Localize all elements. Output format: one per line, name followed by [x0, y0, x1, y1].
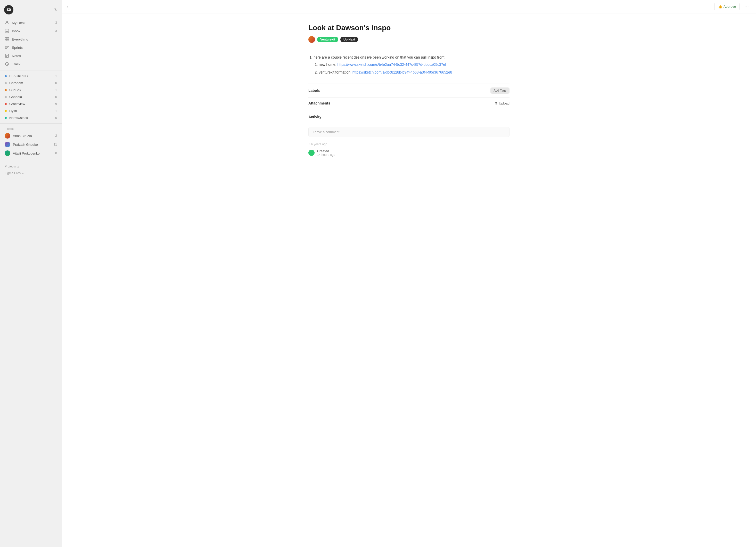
avatar-vitalii: [5, 150, 10, 156]
topbar: ‹ 👍 Approve ···: [62, 0, 756, 13]
sidebar-item-sprints[interactable]: Sprints: [2, 43, 60, 52]
svg-rect-8: [7, 39, 9, 41]
inbox-icon: [5, 29, 9, 33]
grid-icon: [5, 37, 9, 42]
sidebar-item-chronom[interactable]: Chronom 0: [2, 79, 60, 86]
project-dot: [5, 110, 7, 112]
svg-rect-9: [5, 46, 9, 47]
svg-rect-5: [5, 37, 7, 39]
sidebar-item-graceview[interactable]: Graceview 9: [2, 100, 60, 107]
sidebar-header: ↻: [0, 3, 62, 19]
author-avatar: [308, 36, 315, 43]
svg-point-3: [6, 21, 8, 23]
sidebar-item-hyfin[interactable]: Hyfin 1: [2, 107, 60, 114]
chevron-up-icon: ▲: [17, 165, 19, 168]
approve-button[interactable]: 👍 Approve: [714, 3, 740, 10]
attachments-label: Attachments: [308, 101, 330, 105]
divider: [308, 48, 510, 48]
chevron-up-icon: ▲: [22, 172, 24, 175]
projects-collapsible[interactable]: Projects ▲: [2, 163, 60, 170]
attachments-section: Attachments ⬆ Upload: [308, 97, 510, 109]
team-section-label: Team: [2, 126, 60, 131]
tag-venturekit[interactable]: Venturekit: [317, 37, 338, 42]
app-logo[interactable]: [4, 5, 13, 14]
sidebar-item-blackroc[interactable]: BLACKROC 1: [2, 72, 60, 79]
project-dot: [5, 96, 7, 98]
project-dot: [5, 82, 7, 84]
notes-icon: [5, 53, 9, 58]
svg-rect-6: [7, 37, 9, 39]
refresh-icon[interactable]: ↻: [54, 7, 57, 12]
sidebar-item-prakash[interactable]: Prakash Ghodke 11: [2, 140, 60, 149]
upload-icon: ⬆: [495, 101, 498, 105]
svg-rect-11: [5, 48, 7, 49]
activity-time: 56 years ago: [309, 142, 510, 146]
page-title: Look at Dawson's inspo: [308, 24, 510, 32]
sidebar-item-gondola[interactable]: Gondola 0: [2, 93, 60, 100]
project-dot: [5, 89, 7, 91]
activity-label: Activity: [308, 115, 322, 119]
sidebar-item-inbox[interactable]: Inbox 3: [2, 27, 60, 35]
sketch-link-2[interactable]: https://sketch.com/s/dbc8128b-b94f-4b68-…: [352, 70, 452, 74]
activity-created-time: 14 hours ago: [317, 153, 335, 157]
avatar-anas: [5, 133, 10, 138]
thumbs-up-icon: 👍: [718, 5, 722, 9]
tag-upnext[interactable]: Up Next: [340, 37, 358, 42]
upload-button[interactable]: ⬆ Upload: [495, 101, 510, 105]
labels-section: Labels Add Tags: [308, 84, 510, 97]
content-area: Look at Dawson's inspo Venturekit Up Nex…: [293, 13, 525, 547]
main-area: ‹ 👍 Approve ··· Look at Dawson's inspo V…: [62, 0, 756, 547]
activity-created-label: Created: [317, 149, 335, 153]
sidebar-item-narrowstack[interactable]: Narrowstack 0: [2, 114, 60, 121]
svg-rect-4: [5, 29, 9, 33]
sidebar: ↻ My Desk 3 Inbox 3: [0, 0, 62, 547]
project-dot: [5, 117, 7, 119]
avatar-prakash: [5, 142, 10, 147]
sidebar-projects: BLACKROC 1 Chronom 0 CueBox 1 Gondola 0 …: [0, 72, 62, 121]
project-dot: [5, 103, 7, 105]
activity-item-created: Created 14 hours ago: [308, 149, 510, 157]
tags-row: Venturekit Up Next: [308, 36, 510, 43]
sidebar-item-track[interactable]: Track: [2, 60, 60, 68]
activity-section: Activity Leave a comment... 56 years ago…: [308, 111, 510, 157]
sprints-icon: [5, 45, 9, 50]
note-body: here are a couple recent designs ive bee…: [308, 54, 510, 75]
back-icon[interactable]: ‹: [67, 4, 68, 9]
svg-rect-10: [5, 47, 8, 48]
person-icon: [5, 20, 9, 25]
activity-dot: [308, 150, 315, 156]
sketch-link-1[interactable]: https://www.sketch.com/s/b4e2aa74-5c32-4…: [337, 62, 446, 67]
more-options-button[interactable]: ···: [742, 3, 751, 11]
sidebar-team: Team Anas Bin Zia 2 Prakash Ghodke 11 Vi…: [0, 126, 62, 158]
svg-rect-7: [5, 39, 7, 41]
sidebar-footer: Projects ▲ Figma Files ▲: [0, 162, 62, 177]
sidebar-item-anas[interactable]: Anas Bin Zia 2: [2, 131, 60, 140]
add-tags-button[interactable]: Add Tags: [490, 87, 510, 94]
clock-icon: [5, 62, 9, 66]
sidebar-item-everything[interactable]: Everything: [2, 35, 60, 43]
labels-label: Labels: [308, 88, 320, 93]
sidebar-item-cuebox[interactable]: CueBox 1: [2, 86, 60, 93]
comment-input[interactable]: Leave a comment...: [308, 127, 510, 137]
figma-files-collapsible[interactable]: Figma Files ▲: [2, 170, 60, 176]
sidebar-item-notes[interactable]: Notes: [2, 52, 60, 60]
project-dot: [5, 75, 7, 77]
sidebar-nav: My Desk 3 Inbox 3 Everythi: [0, 19, 62, 68]
sidebar-item-my-desk[interactable]: My Desk 3: [2, 19, 60, 27]
sidebar-item-vitalii[interactable]: Vitalii Prokopenko 0: [2, 149, 60, 158]
